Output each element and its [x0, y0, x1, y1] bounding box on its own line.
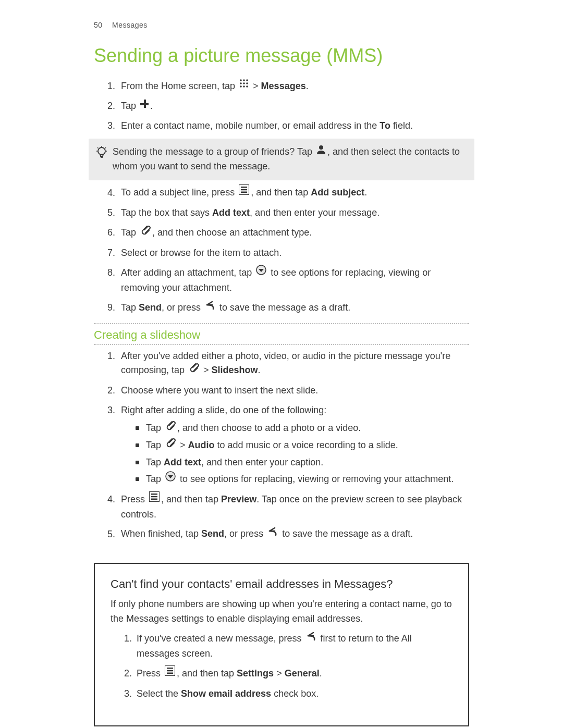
step-4: To add a subject line, press , and then … — [118, 186, 469, 201]
plus-icon — [140, 98, 149, 113]
document-page: 50 Messages Sending a picture message (M… — [0, 0, 563, 728]
step-5: Tap the box that says Add text, and then… — [118, 206, 469, 220]
step-1: From the Home screen, tap > Messages. — [118, 79, 469, 94]
info-box-steps: If you've created a new message, press f… — [111, 632, 452, 701]
f-step-3: Select the Show email address check box. — [134, 687, 452, 701]
back-icon — [267, 526, 278, 541]
bullet-3: Tap Add text, and then enter your captio… — [136, 455, 469, 470]
main-heading: Sending a picture message (MMS) — [94, 45, 469, 67]
bullet-1: Tap , and then choose to add a photo or … — [136, 421, 469, 436]
menu-icon — [165, 665, 175, 681]
ss-step-3: Right after adding a slide, do one of th… — [118, 403, 469, 487]
step-9: Tap Send, or press to save the message a… — [118, 301, 469, 316]
info-box: Can't find your contacts' email addresse… — [94, 563, 469, 726]
back-icon — [306, 631, 316, 646]
divider — [94, 344, 469, 345]
slideshow-steps: After you've added either a photo, video… — [94, 349, 469, 542]
slideshow-section: Creating a slideshow After you've added … — [94, 328, 469, 542]
dropdown-icon — [256, 265, 266, 280]
tip-box: Sending the message to a group of friend… — [89, 139, 474, 180]
ss-step-4: Press , and then tap Preview. Tap once o… — [118, 492, 469, 522]
main-steps-part1: From the Home screen, tap > Messages. Ta… — [94, 79, 469, 133]
step-6: Tap , and then choose an attachment type… — [118, 226, 469, 241]
menu-icon — [149, 491, 160, 507]
menu-icon — [239, 184, 249, 200]
bullet-4: Tap to see options for replacing, viewin… — [136, 472, 469, 487]
step-3: Enter a contact name, mobile number, or … — [118, 119, 469, 133]
ss-step-2: Choose where you want to insert the next… — [118, 384, 469, 398]
f-step-1: If you've created a new message, press f… — [134, 632, 452, 661]
ss-step-1: After you've added either a photo, video… — [118, 349, 469, 379]
lightbulb-icon — [94, 145, 109, 159]
dropdown-icon — [165, 471, 176, 486]
step-2: Tap . — [118, 99, 469, 114]
attach-icon — [165, 437, 176, 452]
divider — [94, 323, 469, 324]
info-box-text: If only phone numbers are showing up whe… — [111, 597, 452, 626]
step-8: After adding an attachment, tap to see o… — [118, 266, 469, 295]
step-7: Select or browse for the item to attach. — [118, 246, 469, 261]
attach-icon — [189, 362, 199, 377]
f-step-2: Press , and then tap Settings > General. — [134, 667, 452, 682]
page-number: 50 — [94, 21, 103, 29]
attach-icon — [140, 225, 151, 240]
ss-bullets: Tap , and then choose to add a photo or … — [121, 421, 469, 487]
attach-icon — [165, 420, 176, 435]
section-name: Messages — [112, 21, 148, 29]
page-header: 50 Messages — [94, 21, 469, 29]
main-steps-part2: To add a subject line, press , and then … — [94, 186, 469, 315]
apps-grid-icon — [239, 78, 249, 93]
ss-step-5: When finished, tap Send, or press to sav… — [118, 527, 469, 542]
info-box-title: Can't find your contacts' email addresse… — [111, 577, 452, 591]
slideshow-heading: Creating a slideshow — [94, 328, 469, 342]
person-icon — [316, 144, 326, 159]
back-icon — [205, 300, 215, 315]
bullet-2: Tap > Audio to add music or a voice reco… — [136, 438, 469, 453]
tip-text: Sending the message to a group of friend… — [113, 145, 469, 174]
